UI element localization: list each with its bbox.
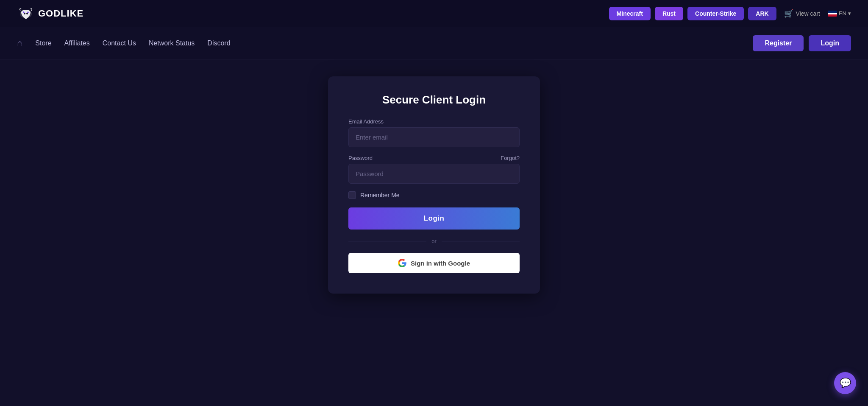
view-cart[interactable]: 🛒 View cart — [784, 9, 820, 18]
nav-network[interactable]: Network Status — [149, 39, 195, 47]
lang-selector[interactable]: EN ▾ — [828, 10, 851, 17]
logo-area[interactable]: GODLIKE — [17, 5, 83, 22]
or-text: or — [431, 238, 437, 244]
email-label: Email Address — [348, 118, 520, 125]
main-content: Secure Client Login Email Address Passwo… — [0, 59, 868, 406]
ark-btn[interactable]: ARK — [748, 7, 776, 20]
google-btn-label: Sign in with Google — [411, 260, 470, 267]
nav-affiliates[interactable]: Affiliates — [64, 39, 90, 47]
logo-icon — [17, 5, 35, 22]
rust-btn[interactable]: Rust — [655, 7, 683, 20]
flag-icon — [828, 11, 837, 17]
remember-me-checkbox[interactable] — [348, 191, 356, 199]
lang-label: EN — [839, 10, 846, 17]
divider-right — [442, 241, 520, 241]
login-button[interactable]: Login — [348, 207, 520, 230]
svg-point-1 — [24, 13, 25, 14]
password-label: Password — [348, 155, 373, 161]
view-cart-label: View cart — [796, 10, 820, 17]
cart-icon: 🛒 — [784, 9, 793, 18]
counterstrike-btn[interactable]: Counter-Strike — [687, 7, 744, 20]
google-signin-button[interactable]: Sign in with Google — [348, 253, 520, 273]
remember-me-label[interactable]: Remember Me — [360, 192, 400, 199]
remember-me-row: Remember Me — [348, 191, 520, 199]
login-title: Secure Client Login — [348, 93, 520, 106]
email-field[interactable] — [348, 127, 520, 147]
logo-text: GODLIKE — [38, 8, 83, 19]
nav-bar: ⌂ Store Affiliates Contact Us Network St… — [0, 27, 868, 59]
nav-contact[interactable]: Contact Us — [103, 39, 136, 47]
password-field[interactable] — [348, 164, 520, 184]
chevron-down-icon: ▾ — [848, 10, 851, 17]
login-card: Secure Client Login Email Address Passwo… — [328, 76, 540, 294]
login-nav-button[interactable]: Login — [809, 35, 851, 51]
nav-right: Register Login — [753, 35, 851, 51]
nav-left: ⌂ Store Affiliates Contact Us Network St… — [17, 38, 753, 49]
chat-bubble[interactable]: 💬 — [834, 372, 856, 394]
svg-point-2 — [26, 13, 28, 14]
nav-discord[interactable]: Discord — [207, 39, 230, 47]
google-logo-icon — [398, 259, 406, 267]
password-row: Password Forgot? — [348, 155, 520, 161]
forgot-link[interactable]: Forgot? — [501, 155, 520, 161]
or-divider: or — [348, 238, 520, 244]
register-button[interactable]: Register — [753, 35, 804, 51]
minecraft-btn[interactable]: Minecraft — [609, 7, 651, 20]
top-bar-right: Minecraft Rust Counter-Strike ARK 🛒 View… — [609, 7, 851, 20]
divider-left — [348, 241, 426, 241]
home-icon[interactable]: ⌂ — [17, 38, 22, 49]
top-bar: GODLIKE Minecraft Rust Counter-Strike AR… — [0, 0, 868, 27]
chat-icon: 💬 — [840, 378, 851, 389]
nav-store[interactable]: Store — [35, 39, 51, 47]
